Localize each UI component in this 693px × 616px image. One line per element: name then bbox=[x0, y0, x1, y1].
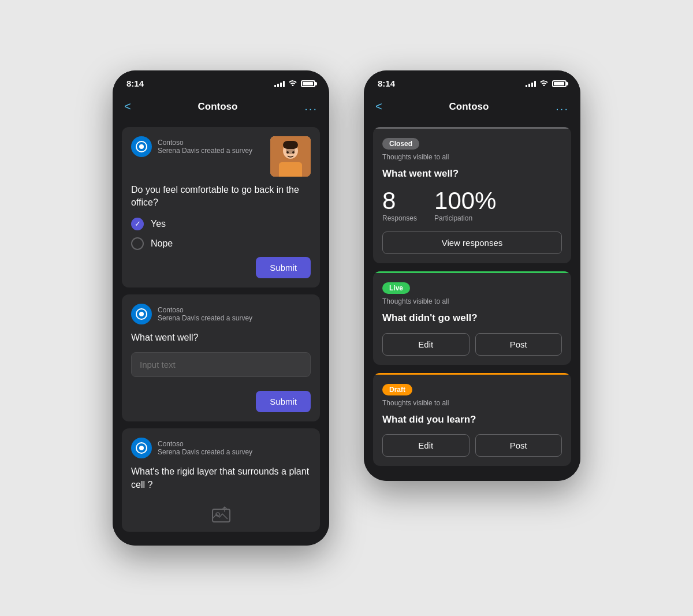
phone-1: 8:14 < Contoso bbox=[113, 70, 329, 546]
card-creator-2: Serena Davis created a survey bbox=[158, 314, 252, 322]
poll-status-2: Live bbox=[382, 282, 410, 294]
wifi-icon-2 bbox=[539, 79, 549, 88]
radio-nope[interactable] bbox=[131, 237, 144, 250]
poll-card-1: Closed Thoughts visible to all What went… bbox=[373, 127, 571, 263]
status-icons-1 bbox=[274, 79, 315, 88]
nav-bar-2: < Contoso ... bbox=[364, 93, 580, 120]
contoso-logo-3 bbox=[131, 438, 152, 458]
card-company-2: Contoso bbox=[158, 306, 252, 314]
nav-title-2: Contoso bbox=[449, 101, 489, 113]
status-bar-2: 8:14 bbox=[364, 70, 580, 93]
time-2: 8:14 bbox=[378, 79, 395, 88]
poll-stats-1: 8 Responses 100% Participation bbox=[382, 189, 562, 222]
svg-point-7 bbox=[286, 151, 289, 154]
signal-icon-2 bbox=[526, 80, 536, 87]
poll-question-2: What didn't go well? bbox=[382, 311, 562, 325]
svg-rect-6 bbox=[283, 141, 298, 149]
option-nope[interactable]: Nope bbox=[131, 237, 311, 250]
poll-question-1: What went well? bbox=[382, 167, 562, 181]
battery-icon-2 bbox=[552, 80, 567, 87]
question-text-3: What's the rigid layer that surrounds a … bbox=[131, 465, 311, 491]
battery-icon bbox=[301, 80, 315, 87]
submit-button-2[interactable]: Submit bbox=[256, 391, 311, 412]
option-yes[interactable]: ✓ Yes bbox=[131, 218, 311, 230]
image-upload-placeholder[interactable] bbox=[131, 499, 311, 522]
poll-question-3: What did you learn? bbox=[382, 413, 562, 427]
svg-point-10 bbox=[139, 312, 144, 316]
participation-label: Participation bbox=[434, 214, 472, 222]
svg-point-1 bbox=[139, 144, 144, 149]
poll-card-3: Draft Thoughts visible to all What did y… bbox=[373, 373, 571, 466]
survey-card-3: Contoso Serena Davis created a survey Wh… bbox=[122, 428, 320, 532]
poll-status-1: Closed bbox=[382, 138, 419, 150]
wifi-icon bbox=[288, 79, 297, 88]
card-thumbnail-1 bbox=[270, 136, 311, 177]
nav-title-1: Contoso bbox=[198, 101, 238, 113]
survey-card-2: Contoso Serena Davis created a survey Wh… bbox=[122, 294, 320, 421]
phones-container: 8:14 < Contoso bbox=[90, 47, 603, 569]
question-text-1: Do you feel comfortable to go back in th… bbox=[131, 184, 311, 210]
submit-button-1[interactable]: Submit bbox=[256, 257, 311, 278]
option-yes-label: Yes bbox=[151, 219, 166, 229]
contoso-logo-1 bbox=[131, 136, 152, 157]
status-bar-1: 8:14 bbox=[113, 70, 329, 93]
responses-label: Responses bbox=[382, 214, 417, 222]
card-header-3: Contoso Serena Davis created a survey bbox=[131, 438, 311, 458]
svg-rect-4 bbox=[279, 162, 302, 177]
more-button-2[interactable]: ... bbox=[556, 100, 569, 113]
nav-bar-1: < Contoso ... bbox=[113, 93, 329, 120]
option-nope-label: Nope bbox=[151, 238, 173, 249]
poll-card-2: Live Thoughts visible to all What didn't… bbox=[373, 271, 571, 365]
question-text-2: What went well? bbox=[131, 331, 311, 344]
more-button-1[interactable]: ... bbox=[304, 100, 318, 113]
phone-2: 8:14 < Contoso bbox=[364, 70, 580, 481]
card-company-3: Contoso bbox=[158, 440, 252, 448]
scroll-content-1: Contoso Serena Davis created a survey bbox=[113, 120, 329, 546]
responses-number: 8 bbox=[382, 189, 396, 213]
svg-point-12 bbox=[139, 446, 144, 450]
back-button-2[interactable]: < bbox=[375, 100, 382, 113]
back-button-1[interactable]: < bbox=[124, 100, 131, 113]
contoso-logo-2 bbox=[131, 304, 152, 324]
card-company-1: Contoso bbox=[158, 139, 252, 147]
poll-subtitle-2: Thoughts visible to all bbox=[382, 297, 562, 305]
card-header-1: Contoso Serena Davis created a survey bbox=[131, 136, 311, 177]
survey-card-1: Contoso Serena Davis created a survey bbox=[122, 127, 320, 288]
poll-status-3: Draft bbox=[382, 384, 412, 395]
edit-button-2[interactable]: Edit bbox=[382, 333, 470, 356]
edit-button-3[interactable]: Edit bbox=[382, 434, 470, 457]
poll-subtitle-3: Thoughts visible to all bbox=[382, 399, 562, 407]
status-icons-2 bbox=[526, 79, 567, 88]
card-creator-3: Serena Davis created a survey bbox=[158, 448, 252, 456]
time-1: 8:14 bbox=[126, 79, 144, 88]
svg-point-8 bbox=[292, 151, 295, 154]
card-header-2: Contoso Serena Davis created a survey bbox=[131, 304, 311, 324]
post-button-3[interactable]: Post bbox=[475, 434, 562, 457]
participation-number: 100% bbox=[434, 189, 496, 213]
poll-subtitle-1: Thoughts visible to all bbox=[382, 153, 562, 161]
view-responses-button[interactable]: View responses bbox=[382, 232, 562, 254]
post-button-2[interactable]: Post bbox=[475, 333, 562, 356]
scroll-content-2: Closed Thoughts visible to all What went… bbox=[364, 120, 580, 481]
signal-icon bbox=[274, 80, 285, 87]
radio-yes[interactable]: ✓ bbox=[131, 218, 144, 230]
card-creator-1: Serena Davis created a survey bbox=[158, 147, 252, 155]
text-input-field[interactable] bbox=[131, 352, 311, 377]
